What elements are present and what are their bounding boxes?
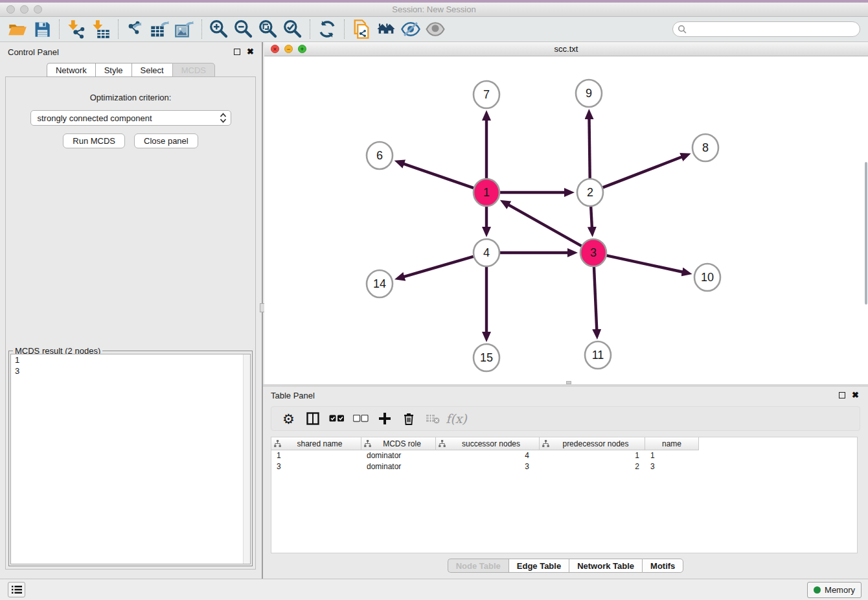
network-maximize-button[interactable]: + xyxy=(298,45,306,53)
edge-4-14[interactable] xyxy=(403,257,473,277)
save-icon xyxy=(33,20,51,38)
select-all-rows-button[interactable] xyxy=(325,408,348,429)
checked-boxes-icon xyxy=(329,415,345,422)
cp-tab-1[interactable]: Style xyxy=(95,63,131,77)
network-minimize-button[interactable]: − xyxy=(284,45,293,53)
network-view-window: scc.txt × − + 7968124314101511 xyxy=(264,42,868,384)
export-table-button[interactable] xyxy=(148,19,172,40)
open-folder-icon xyxy=(8,20,27,38)
column-header-name[interactable]: name xyxy=(645,437,699,450)
trash-icon xyxy=(403,412,415,425)
edge-3-1[interactable] xyxy=(508,205,582,246)
eye-slash-icon xyxy=(400,20,421,38)
table-panel-header: Table Panel ✖ xyxy=(263,387,868,404)
cp-tab-3[interactable]: MCDS xyxy=(172,63,215,77)
criterion-dropdown[interactable]: strongly connected component xyxy=(30,110,231,126)
cell-shared-name: 1 xyxy=(271,450,361,461)
cp-tab-2[interactable]: Select xyxy=(131,63,172,77)
save-session-button[interactable] xyxy=(30,19,54,40)
import-network-icon xyxy=(67,19,86,39)
column-header-predecessor-nodes[interactable]: predecessor nodes xyxy=(540,437,645,450)
refresh-layout-button[interactable] xyxy=(315,19,339,40)
toolbar-separator xyxy=(310,19,310,39)
zoom-fit-icon xyxy=(258,19,279,40)
column-header-mcds-role[interactable]: MCDS role xyxy=(361,437,436,450)
tp-tab-2[interactable]: Network Table xyxy=(569,559,642,573)
zoom-in-button[interactable] xyxy=(207,19,231,40)
tp-tab-1[interactable]: Edge Table xyxy=(508,559,569,573)
zoom-out-button[interactable] xyxy=(231,19,256,40)
zoom-out-icon xyxy=(233,19,254,40)
close-table-panel-icon[interactable]: ✖ xyxy=(852,392,859,398)
show-all-button[interactable] xyxy=(423,19,448,40)
mcds-result-group: MCDS result (2 nodes) 1 3 xyxy=(8,351,253,566)
deselect-all-rows-button[interactable] xyxy=(348,408,372,429)
table-row[interactable]: 1 dominator 4 1 1 xyxy=(271,450,857,461)
import-table-button[interactable] xyxy=(89,19,113,40)
tp-tab-0[interactable]: Node Table xyxy=(448,559,508,573)
close-panel-icon[interactable]: ✖ xyxy=(247,49,254,55)
node-table[interactable]: shared name MCDS role successor nodes xyxy=(271,437,858,553)
memory-button[interactable]: Memory xyxy=(807,582,862,598)
delete-row-button[interactable] xyxy=(396,408,420,429)
zoom-fit-button[interactable] xyxy=(256,19,280,40)
network-window-title: scc.txt xyxy=(264,44,868,54)
table-settings-button[interactable]: ⚙ xyxy=(277,408,301,429)
edge-3-10[interactable] xyxy=(607,255,683,272)
tp-tab-3[interactable]: Motifs xyxy=(642,559,683,573)
edge-2-9[interactable] xyxy=(589,118,589,179)
search-container xyxy=(672,21,860,37)
network-vertical-scrollbar[interactable] xyxy=(865,162,867,305)
task-history-button[interactable] xyxy=(8,582,25,597)
hide-selected-button[interactable] xyxy=(398,19,423,40)
column-header-successor-nodes[interactable]: successor nodes xyxy=(436,437,540,450)
function-builder-button[interactable]: f(x) xyxy=(444,408,468,429)
open-file-button[interactable] xyxy=(5,19,30,40)
network-window-titlebar[interactable]: scc.txt × − + xyxy=(264,42,868,56)
export-table-icon xyxy=(150,19,170,39)
edge-3-11[interactable] xyxy=(594,266,597,330)
network-canvas[interactable]: 7968124314101511 xyxy=(264,56,868,384)
session-title: Session: New Session xyxy=(0,5,868,14)
show-columns-button[interactable] xyxy=(301,408,325,429)
graph-node-label: 3 xyxy=(590,246,597,259)
result-node: 3 xyxy=(11,365,250,376)
result-scrollbar[interactable] xyxy=(243,354,250,564)
delete-table-button[interactable] xyxy=(420,408,444,429)
close-panel-button[interactable]: Close panel xyxy=(134,133,198,148)
mcds-result-list[interactable]: 1 3 xyxy=(10,354,251,564)
toolbar-separator xyxy=(201,19,202,39)
eye-icon xyxy=(425,20,446,38)
export-image-button[interactable] xyxy=(172,19,197,40)
control-panel-header: Control Panel ✖ xyxy=(0,42,262,62)
table-row[interactable]: 3 dominator 3 2 3 xyxy=(271,461,857,472)
network-close-button[interactable]: × xyxy=(271,45,279,53)
duplicate-network-button[interactable] xyxy=(349,19,374,40)
control-panel-tabs: Network Style Select MCDS xyxy=(0,63,262,77)
float-panel-icon[interactable] xyxy=(234,49,240,55)
toolbar-separator xyxy=(59,19,60,39)
column-header-shared-name[interactable]: shared name xyxy=(271,437,361,450)
graph-node-label: 8 xyxy=(702,141,709,154)
search-input[interactable] xyxy=(672,21,860,37)
memory-status-icon xyxy=(814,586,821,594)
zoom-selected-button[interactable] xyxy=(280,19,305,40)
status-bar: Memory xyxy=(0,579,868,600)
first-neighbors-button[interactable] xyxy=(374,19,398,40)
edge-1-6[interactable] xyxy=(403,163,474,188)
import-network-button[interactable] xyxy=(64,19,89,40)
cp-tab-0[interactable]: Network xyxy=(47,63,95,77)
toolbar-separator xyxy=(118,19,119,39)
main-titlebar[interactable]: Session: New Session xyxy=(0,3,868,17)
graph-svg[interactable]: 7968124314101511 xyxy=(264,56,868,384)
unchecked-boxes-icon xyxy=(353,415,369,422)
add-row-button[interactable] xyxy=(372,408,396,429)
run-mcds-button[interactable]: Run MCDS xyxy=(63,133,125,148)
export-network-button[interactable] xyxy=(123,19,148,40)
delete-table-icon xyxy=(426,413,440,424)
cell-name: 3 xyxy=(645,461,699,472)
edge-2-8[interactable] xyxy=(603,157,683,188)
edge-2-3[interactable] xyxy=(591,206,592,228)
float-table-panel-icon[interactable] xyxy=(839,392,845,398)
cell-successor: 3 xyxy=(436,461,540,472)
